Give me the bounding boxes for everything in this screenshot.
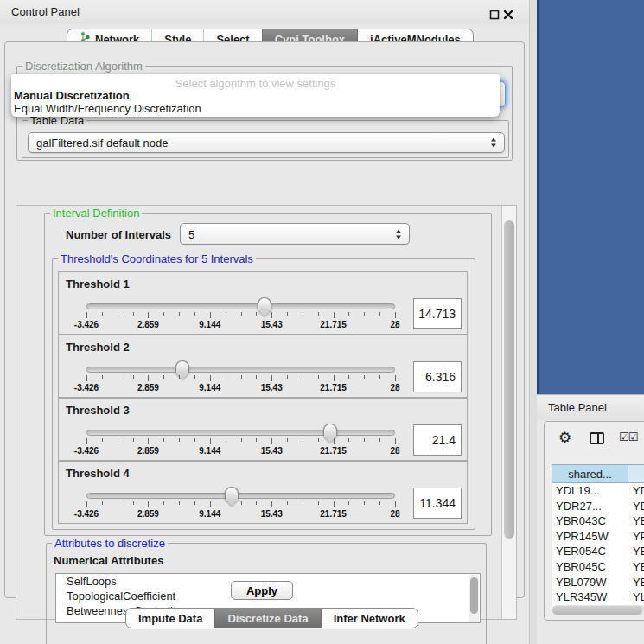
tick-label: 28 — [390, 383, 399, 392]
thresholds-group-title: Threshold's Coordinates for 5 Intervals — [58, 252, 256, 265]
split-columns-icon[interactable] — [590, 432, 604, 444]
slider-ticks: -3.4262.8599.14415.4321.71528 — [86, 501, 395, 520]
table-cell: YDL19... — [629, 483, 644, 499]
close-icon[interactable] — [503, 8, 513, 18]
algorithm-option-equal-width-frequency-discretization[interactable]: Equal Width/Frequency Discretization — [14, 102, 201, 115]
slider-thumb[interactable] — [258, 297, 271, 309]
table-panel: ⚙ ☑☑ shared...name YDL19...YDL19...YDR27… — [544, 421, 644, 621]
tick-label: 21.715 — [320, 509, 347, 519]
table-row[interactable]: YDL19...YDL19... — [552, 483, 644, 499]
table-data-group: Table Data galFiltered.sif default node — [22, 120, 509, 158]
tick-label: 2.859 — [137, 320, 159, 329]
tick-label: -3.426 — [74, 446, 99, 456]
table-cell: YDL19... — [552, 483, 629, 499]
table-panel-titlebar: Table Panel — [537, 394, 644, 420]
tick-label: 15.43 — [261, 509, 283, 519]
control-panel-titlebar: Control Panel — [0, 0, 529, 24]
tab-impute-data[interactable]: Impute Data — [126, 609, 214, 628]
attributes-group-title: Attributes to discretize — [52, 537, 168, 550]
slider-thumb[interactable] — [323, 424, 337, 436]
tick-label: 28 — [390, 320, 399, 329]
table-row[interactable]: YDR27...YDR27... — [552, 499, 644, 514]
slider-track[interactable] — [86, 303, 395, 309]
tick-label: 2.859 — [137, 383, 159, 392]
attributes-scrollbar[interactable] — [469, 575, 479, 622]
table-panel-title: Table Panel — [548, 401, 607, 414]
window-title: Control Panel — [11, 5, 80, 18]
threshold-label: Threshold 2 — [66, 341, 130, 354]
threshold-label: Threshold 4 — [66, 467, 130, 480]
tick-label: 9.144 — [199, 383, 220, 392]
apply-button[interactable]: Apply — [231, 581, 293, 600]
scrollbar-thumb[interactable] — [504, 220, 514, 539]
stepper-arrows-icon — [396, 229, 402, 239]
table-data-combobox[interactable]: galFiltered.sif default node — [28, 132, 505, 153]
slider-track[interactable] — [86, 430, 395, 436]
tick-label: 2.859 — [137, 446, 159, 456]
threshold-row-4: Threshold 4-3.4262.8599.14415.4321.71528… — [58, 461, 468, 524]
table-cell: YBR045C — [552, 559, 629, 575]
table-header-row: shared...name — [552, 464, 644, 483]
table-row[interactable]: YLR345WYLR345W — [552, 590, 644, 605]
table-row[interactable]: YPR145WYPR145W — [552, 529, 644, 545]
settings-scroll-viewport: Interval Definition Number of Intervals … — [16, 205, 517, 620]
slider-ticks: -3.4262.8599.14415.4321.71528 — [86, 375, 395, 394]
tab-discretize-data[interactable]: Discretize Data — [214, 609, 320, 628]
tick-label: 28 — [390, 446, 399, 456]
tick-label: 21.715 — [320, 383, 347, 392]
slider-track[interactable] — [86, 367, 395, 373]
slider-ticks: -3.4262.8599.14415.4321.71528 — [86, 312, 395, 331]
column-header-shared[interactable]: shared... — [552, 464, 628, 483]
cyni-toolbox-pane: Discretization Algorithm Table Data galF… — [4, 41, 525, 598]
tick-label: 2.859 — [137, 509, 159, 519]
table-row[interactable]: YBL079WYBL079W — [552, 575, 644, 590]
threshold-value-field[interactable]: 14.713 — [413, 298, 462, 329]
tick-label: 21.715 — [320, 446, 347, 456]
column-header-name[interactable]: name — [628, 464, 644, 483]
thresholds-group: Threshold's Coordinates for 5 Intervals … — [52, 258, 475, 530]
table-row[interactable]: YBR043CYBR043C — [552, 513, 644, 529]
threshold-value-field[interactable]: 6.316 — [413, 361, 462, 392]
gear-icon[interactable]: ⚙ — [558, 429, 571, 447]
table-cell: YLR345W — [552, 590, 629, 605]
numerical-attributes-label: Numerical Attributes — [54, 554, 163, 567]
tick-label: 9.144 — [199, 320, 220, 329]
algorithm-option-manual-discretization[interactable]: Manual Discretization — [14, 89, 130, 102]
tick-label: 15.43 — [261, 446, 283, 456]
slider-ticks: -3.4262.8599.14415.4321.71528 — [86, 438, 395, 457]
slider-thumb[interactable] — [225, 487, 239, 499]
table-row[interactable]: YBR045CYBR045C — [552, 559, 644, 575]
select-columns-icon[interactable]: ☑☑ — [619, 430, 637, 443]
slider-thumb[interactable] — [175, 360, 189, 373]
algorithm-hint-text: Select algorithm to view settings — [11, 77, 500, 90]
tick-label: -3.426 — [74, 383, 99, 392]
table-horizontal-scrollbar[interactable] — [552, 605, 644, 615]
table-cell: YBR043C — [629, 513, 644, 529]
threshold-label: Threshold 3 — [66, 404, 130, 417]
tick-label: 28 — [390, 509, 399, 519]
discretization-algorithm-title: Discretization Algorithm — [22, 60, 145, 73]
slider-track[interactable] — [86, 493, 395, 499]
threshold-row-1: Threshold 1-3.4262.8599.14415.4321.71528… — [58, 271, 468, 335]
node-attribute-table: shared...name YDL19...YDL19...YDR27...YD… — [552, 464, 644, 615]
tab-infer-network[interactable]: Infer Network — [321, 609, 418, 628]
bottom-tab-bar: Impute DataDiscretize DataInfer Network — [125, 608, 418, 628]
threshold-row-3: Threshold 3-3.4262.8599.14415.4321.71528… — [58, 398, 468, 461]
tick-label: -3.426 — [74, 320, 99, 329]
threshold-value-field[interactable]: 21.4 — [413, 424, 462, 456]
table-row[interactable]: YER054CYER054C — [552, 544, 644, 559]
table-cell: YBL079W — [629, 575, 644, 590]
table-cell: YBR045C — [629, 559, 644, 575]
number-of-intervals-label: Number of Intervals — [66, 228, 171, 241]
table-cell: YER054C — [552, 544, 629, 559]
algorithm-dropdown-popup: Select algorithm to view settings Manual… — [11, 74, 500, 117]
number-of-intervals-combobox[interactable]: 5 — [180, 223, 410, 245]
settings-scrollbar[interactable] — [501, 206, 516, 619]
panel-divider[interactable] — [530, 0, 537, 644]
tick-label: -3.426 — [74, 509, 99, 519]
table-cell: YBR043C — [552, 513, 629, 529]
threshold-label: Threshold 1 — [66, 277, 130, 290]
float-icon[interactable] — [489, 8, 500, 18]
threshold-value-field[interactable]: 11.344 — [413, 488, 462, 519]
tick-label: 9.144 — [199, 509, 220, 519]
